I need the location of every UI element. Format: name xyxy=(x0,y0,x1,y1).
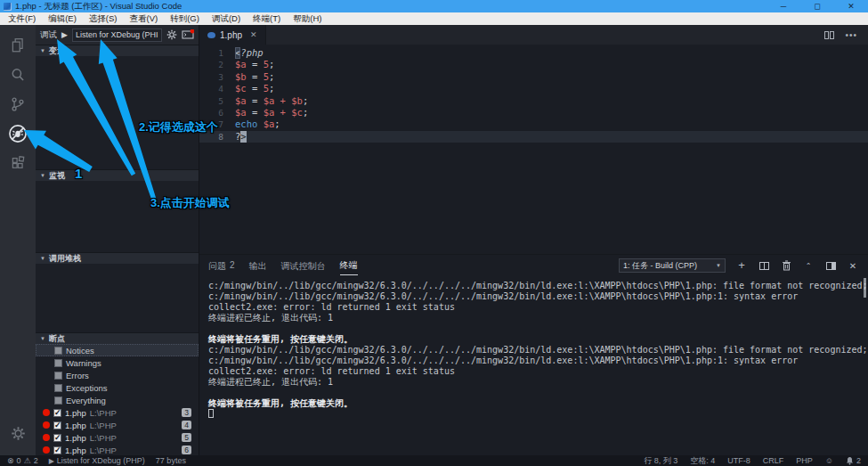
maximize-panel-chevron-icon[interactable]: ⌃ xyxy=(802,259,815,272)
line-number[interactable]: 1 xyxy=(199,47,235,59)
code-line-7[interactable]: 7echo $a; xyxy=(199,119,868,130)
debug-icon[interactable] xyxy=(0,120,36,147)
terminal-line xyxy=(208,388,868,398)
status-item-4[interactable]: PHP xyxy=(796,456,813,465)
close-button[interactable]: ✕ xyxy=(834,0,868,12)
variables-section-header[interactable]: ▼ 变量 xyxy=(36,45,199,56)
menu-item-7[interactable]: 帮助(H) xyxy=(287,12,328,25)
debug-sidebar: 调试 ▶ Listen for XDebug (PHI ▼ xyxy=(36,25,199,455)
source-control-icon[interactable] xyxy=(0,91,36,118)
start-debugging-button[interactable]: ▶ xyxy=(61,30,68,39)
more-actions-icon[interactable]: ••• xyxy=(845,30,857,40)
menu-item-6[interactable]: 终端(T) xyxy=(247,12,287,25)
code-line-5[interactable]: 5$a = $a + $b; xyxy=(199,95,868,107)
split-editor-icon[interactable] xyxy=(824,31,834,39)
breakpoint-path: L:\PHP xyxy=(90,408,117,418)
watch-section-header[interactable]: ▼ 监视 xyxy=(36,169,199,181)
panel-scrollbar[interactable] xyxy=(864,278,866,298)
menu-item-5[interactable]: 调试(D) xyxy=(206,12,247,25)
checkbox-checked[interactable] xyxy=(53,446,61,454)
panel-tab-1[interactable]: 输出 xyxy=(249,257,267,275)
filter-label: Errors xyxy=(66,371,89,380)
panel-tab-2[interactable]: 调试控制台 xyxy=(281,257,326,275)
kill-terminal-trash-icon[interactable] xyxy=(780,259,792,272)
panel-tab-3[interactable]: 终端 xyxy=(340,256,358,275)
code-line-3[interactable]: 3$b = 5; xyxy=(199,71,868,83)
line-number[interactable]: 7 xyxy=(199,119,235,130)
panel-actions: 1: 任务 - Build (CPP) ▼ + xyxy=(619,258,859,273)
toggle-panel-icon[interactable] xyxy=(824,259,837,272)
checkbox[interactable] xyxy=(54,397,62,405)
code-line-4[interactable]: 4$c = 5; xyxy=(199,83,868,94)
breakpoints-section-header[interactable]: ▼ 断点 xyxy=(36,332,199,344)
checkbox-checked[interactable] xyxy=(53,434,61,442)
checkbox-checked[interactable] xyxy=(53,409,61,417)
debug-settings-gear-icon[interactable] xyxy=(166,29,177,40)
close-panel-icon[interactable]: ✕ xyxy=(847,259,859,272)
search-icon[interactable] xyxy=(0,61,36,88)
minimize-button[interactable]: ─ xyxy=(767,0,800,12)
breakpoint-file: 1.php xyxy=(65,433,86,443)
breakpoint-item[interactable]: 1.phpL:\PHP6 xyxy=(36,444,199,455)
watch-panel xyxy=(36,181,199,252)
breakpoint-item[interactable]: 1.phpL:\PHP3 xyxy=(36,406,199,419)
line-number[interactable]: 5 xyxy=(199,95,235,107)
line-number[interactable]: 6 xyxy=(199,107,235,119)
code-line-6[interactable]: 6$a = $a + $c; xyxy=(199,107,868,119)
settings-gear-icon[interactable] xyxy=(0,420,36,446)
breakpoint-filter-everything[interactable]: Everything xyxy=(36,394,199,406)
tab-1php[interactable]: 1.php ✕ xyxy=(199,25,266,45)
menu-item-1[interactable]: 编辑(E) xyxy=(42,12,83,25)
terminal-line: 终端进程已终止, 退出代码: 1 xyxy=(208,377,868,388)
menu-item-3[interactable]: 查看(V) xyxy=(123,12,164,25)
menu-item-0[interactable]: 文件(F) xyxy=(2,12,42,25)
status-item-2[interactable]: UTF-8 xyxy=(727,456,750,465)
breakpoint-item[interactable]: 1.phpL:\PHP4 xyxy=(36,419,199,431)
checkbox[interactable] xyxy=(54,372,62,380)
breakpoint-dot-icon xyxy=(43,409,50,416)
checkbox[interactable] xyxy=(54,347,62,355)
breakpoint-filter-errors[interactable]: Errors xyxy=(36,369,199,381)
line-number[interactable]: 8 xyxy=(199,131,235,143)
breakpoint-filter-exceptions[interactable]: Exceptions xyxy=(36,381,199,394)
line-number[interactable]: 2 xyxy=(199,59,235,70)
debug-status[interactable]: ▶ Listen for XDebug (PHP) xyxy=(49,456,145,465)
debug-console-icon[interactable] xyxy=(182,29,194,40)
breakpoint-filter-notices[interactable]: Notices xyxy=(36,344,199,356)
files-icon[interactable] xyxy=(0,32,36,59)
vscode-logo-icon xyxy=(4,3,12,11)
feedback-smiley-icon[interactable]: ☺ xyxy=(825,456,833,465)
checkbox[interactable] xyxy=(54,384,62,392)
terminal-output[interactable]: c:/mingw/bin/../lib/gcc/mingw32/6.3.0/..… xyxy=(199,276,868,455)
split-terminal-icon[interactable] xyxy=(758,259,770,272)
code-line-8[interactable]: 8?> xyxy=(199,131,868,143)
menu-item-4[interactable]: 转到(G) xyxy=(164,12,206,25)
call-stack-section-header[interactable]: ▼ 调用堆栈 xyxy=(36,252,199,264)
line-number[interactable]: 3 xyxy=(199,71,235,83)
status-bar: ⊗ 0 ⚠ 2 ▶ Listen for XDebug (PHP) 77 byt… xyxy=(0,455,868,466)
maximize-button[interactable]: ◻ xyxy=(800,0,834,12)
menu-item-2[interactable]: 选择(S) xyxy=(83,12,124,25)
new-terminal-icon[interactable]: + xyxy=(735,259,748,272)
debug-config-dropdown[interactable]: Listen for XDebug (PHI ▼ xyxy=(72,29,162,42)
code-line-2[interactable]: 2$a = 5; xyxy=(199,59,868,70)
status-item-3[interactable]: CRLF xyxy=(763,456,784,465)
status-item-1[interactable]: 空格: 4 xyxy=(690,455,715,466)
breakpoint-filter-warnings[interactable]: Warnings xyxy=(36,356,199,369)
terminal-line: c:/mingw/bin/../lib/gcc/mingw32/6.3.0/..… xyxy=(208,291,868,302)
breakpoint-item[interactable]: 1.phpL:\PHP5 xyxy=(36,431,199,444)
problems-status[interactable]: ⊗ 0 ⚠ 2 xyxy=(7,456,38,465)
panel-tab-0[interactable]: 问题2 xyxy=(208,257,235,275)
status-item-0[interactable]: 行 8, 列 3 xyxy=(644,455,677,466)
code-editor[interactable]: 1<?php2$a = 5;3$b = 5;4$c = 5;5$a = $a +… xyxy=(199,45,868,254)
line-number[interactable]: 4 xyxy=(199,83,235,94)
terminal-line: collect2.exe: error: ld returned 1 exit … xyxy=(208,366,868,377)
terminal-task-dropdown[interactable]: 1: 任务 - Build (CPP) ▼ xyxy=(619,258,726,273)
notifications-bell-icon[interactable]: 2 xyxy=(846,456,861,465)
checkbox[interactable] xyxy=(54,359,62,367)
checkbox-checked[interactable] xyxy=(53,421,61,429)
tab-close-icon[interactable]: ✕ xyxy=(250,30,257,39)
code-line-1[interactable]: 1<?php xyxy=(199,47,868,59)
editor-tab-bar: 1.php ✕ ••• xyxy=(199,25,868,45)
extensions-icon[interactable] xyxy=(0,150,36,176)
